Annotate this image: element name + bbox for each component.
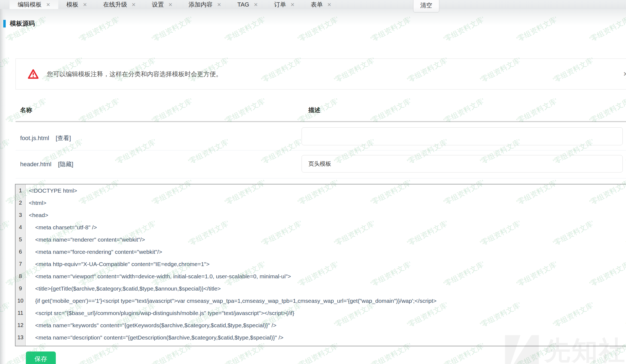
line-number: 2 bbox=[16, 197, 25, 209]
watermark-tile: '零组资料文库' bbox=[186, 137, 231, 166]
tab-label: 编辑模板 bbox=[18, 1, 42, 9]
tab-label: 表单 bbox=[311, 1, 323, 9]
line-number: 8 bbox=[16, 270, 25, 282]
tab-label: 订单 bbox=[274, 1, 286, 9]
tab-bar: 编辑模板 × 模板 × 在线升级 × 设置 × 添加内容 × TAG × 订单 … bbox=[0, 0, 626, 9]
description-input-header[interactable] bbox=[302, 155, 623, 172]
tab-label: TAG bbox=[237, 1, 249, 8]
code-line: <meta name="viewport" content="width=dev… bbox=[29, 270, 626, 282]
tab-template[interactable]: 模板 × bbox=[58, 0, 95, 9]
tab-close-icon[interactable]: × bbox=[254, 1, 258, 8]
view-link[interactable]: [查看] bbox=[56, 135, 71, 141]
clear-button[interactable]: 清空 bbox=[413, 0, 439, 13]
cms-admin-page: 编辑模板 × 模板 × 在线升级 × 设置 × 添加内容 × TAG × 订单 … bbox=[0, 0, 626, 364]
notice-close-icon[interactable]: × bbox=[624, 70, 626, 78]
tab-close-icon[interactable]: × bbox=[46, 1, 50, 8]
template-file-name: header.html bbox=[20, 161, 51, 168]
tab-label: 模板 bbox=[66, 1, 78, 9]
tab-close-icon[interactable]: × bbox=[291, 1, 294, 8]
editor-code[interactable]: <!DOCTYPE html><html><head> <meta charse… bbox=[26, 184, 626, 346]
line-number: 10 bbox=[16, 295, 25, 307]
row-divider bbox=[16, 178, 626, 178]
code-line: <script src="{$base_url}/common/plugins/… bbox=[29, 307, 626, 319]
code-line: <head> bbox=[29, 209, 626, 221]
tab-label: 设置 bbox=[152, 1, 164, 9]
line-number: 3 bbox=[16, 209, 25, 221]
watermark-tile: '零组资料文库' bbox=[259, 137, 304, 166]
line-number: 1 bbox=[16, 184, 25, 197]
tab-edit-template[interactable]: 编辑模板 × bbox=[10, 0, 58, 9]
tab-close-icon[interactable]: × bbox=[132, 1, 136, 8]
tab-close-icon[interactable]: × bbox=[83, 1, 87, 8]
section-accent-bar bbox=[3, 20, 6, 27]
code-line: <title>{getTitle($archive,$category,$cat… bbox=[29, 282, 626, 295]
line-number: 6 bbox=[16, 246, 25, 258]
tab-order[interactable]: 订单 × bbox=[266, 0, 303, 9]
tab-online-upgrade[interactable]: 在线升级 × bbox=[95, 0, 144, 9]
line-number: 12 bbox=[16, 319, 25, 331]
line-number: 5 bbox=[16, 233, 25, 246]
line-number: 14 bbox=[16, 344, 25, 346]
code-line: <html> bbox=[29, 197, 626, 209]
description-input-foot[interactable] bbox=[302, 127, 623, 145]
warning-triangle-icon bbox=[28, 69, 39, 79]
tab-add-content[interactable]: 添加内容 × bbox=[180, 0, 229, 9]
tab-form[interactable]: 表单 × bbox=[303, 0, 339, 9]
code-line: <meta name="description" content="{getDe… bbox=[29, 331, 626, 344]
line-number: 11 bbox=[16, 307, 25, 319]
notice-box: 您可以编辑模板注释，这样在分类和内容选择模板时会更方便。 × bbox=[16, 58, 626, 90]
code-line: <meta charset="utf-8" /> bbox=[29, 221, 626, 233]
tab-label: 添加内容 bbox=[189, 1, 213, 9]
tab-close-icon[interactable]: × bbox=[217, 1, 221, 8]
column-header-description: 描述 bbox=[308, 106, 320, 114]
line-number: 4 bbox=[16, 221, 25, 233]
page-title: 模板源码 bbox=[10, 19, 35, 28]
notice-text: 您可以编辑模板注释，这样在分类和内容选择模板时会更方便。 bbox=[47, 70, 222, 78]
code-line: <meta name="force-rendering" content="we… bbox=[29, 246, 626, 258]
column-header-name: 名称 bbox=[20, 106, 32, 114]
tab-label: 在线升级 bbox=[103, 1, 127, 9]
line-number: 7 bbox=[16, 258, 25, 270]
tab-settings[interactable]: 设置 × bbox=[144, 0, 180, 9]
table-header-divider bbox=[16, 121, 626, 122]
table-row: foot.js.html [查看] bbox=[20, 134, 71, 142]
tab-close-icon[interactable]: × bbox=[327, 1, 331, 8]
code-line: {if get('mobile_open')=='1'}<script type… bbox=[29, 295, 626, 307]
table-row: header.html [隐藏] bbox=[20, 160, 73, 168]
left-edge-shadow bbox=[0, 9, 6, 364]
code-editor[interactable]: 1234567891011121314 <!DOCTYPE html><html… bbox=[15, 184, 626, 346]
code-line: <meta name="author" content="CmsEasy Tea… bbox=[29, 344, 626, 346]
line-number: 9 bbox=[16, 282, 25, 295]
tab-tag[interactable]: TAG × bbox=[229, 0, 266, 9]
template-file-name: foot.js.html bbox=[20, 135, 49, 141]
editor-gutter: 1234567891011121314 bbox=[16, 184, 26, 346]
save-button[interactable]: 保存 bbox=[26, 351, 56, 364]
section-head: 模板源码 bbox=[3, 19, 35, 28]
row-divider bbox=[16, 150, 626, 150]
tab-close-icon[interactable]: × bbox=[168, 1, 172, 8]
watermark-tile: '零组资料文库' bbox=[113, 137, 158, 166]
hide-link[interactable]: [隐藏] bbox=[58, 161, 73, 168]
line-number: 13 bbox=[16, 331, 25, 344]
watermark-tile: '零组资料文库' bbox=[624, 137, 626, 166]
content-top-fade bbox=[0, 9, 626, 26]
code-line: <!DOCTYPE html> bbox=[29, 184, 626, 197]
code-line: <meta http-equiv="X-UA-Compatible" conte… bbox=[29, 258, 626, 270]
code-line: <meta name="renderer" content="webkit"/> bbox=[29, 233, 626, 246]
code-line: <meta name="keywords" content="{getKeywo… bbox=[29, 319, 626, 331]
